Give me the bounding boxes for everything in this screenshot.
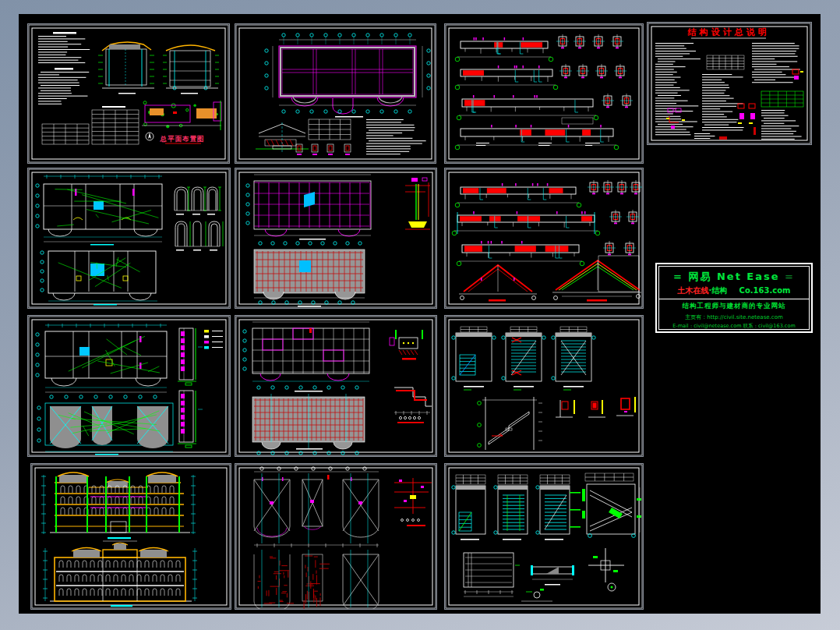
netease-header: = 网易 Net Ease = 土木在线·结构 Co.163.com — [659, 267, 809, 299]
sheet-building-elevations — [30, 463, 231, 610]
b2-drawing — [235, 168, 436, 308]
sheet-roof-framing-plans — [235, 463, 437, 610]
a2-drawing — [235, 24, 436, 163]
sheet-stair-details-1 — [444, 315, 644, 457]
sheet-structural-notes: 结构设计总说明 — [647, 22, 812, 145]
a4-drawing: 结构设计总说明 — [648, 23, 811, 144]
netease-watermark-panel: = 网易 Net Ease = 土木在线·结构 Co.163.com 结构工程师… — [655, 263, 813, 333]
sheet-floor-plans-windows — [27, 168, 231, 309]
netease-title-line: = 网易 Net Ease = — [661, 270, 807, 284]
c2-drawing — [235, 316, 436, 456]
c1-drawing — [28, 316, 230, 456]
equals-right: = — [785, 271, 795, 282]
d3-drawing — [445, 464, 643, 609]
sheet-beam-slab-layout — [235, 168, 437, 309]
brand-tumu-online: 土木在线 — [678, 286, 709, 295]
netease-contact-line: E-mail：civil@netease.com 联系：civil@163.co… — [659, 323, 809, 330]
cad-preview-canvas: 总平面布置图 结构设计总说明 = 网易 Net Ease = 土木在线·结构 C… — [19, 14, 821, 614]
a1-drawing: 总平面布置图 — [28, 24, 229, 163]
sheet-arch-notes-site-plan: 总平面布置图 — [27, 23, 230, 164]
brand-structure: ·结构 — [709, 286, 728, 295]
b1-drawing — [28, 168, 230, 308]
sheet-floor-roof-plan — [27, 315, 231, 457]
netease-title: 网易 Net Ease — [688, 271, 779, 282]
sheet-beam-truss-details — [444, 168, 644, 309]
sheet-stair-details-2 — [444, 463, 644, 610]
equals-left: = — [673, 271, 683, 282]
netease-subtitle-line: 土木在线·结构 Co.163.com — [661, 285, 807, 296]
brand-domain: Co.163.com — [739, 286, 791, 295]
structural-notes-title: 结构设计总说明 — [687, 27, 770, 37]
sheet-roof-beam-slab-plan — [235, 315, 437, 457]
netease-slogan: 结构工程师与建材商的专业网站 — [659, 302, 809, 311]
sheet-beam-details-1 — [444, 23, 644, 164]
netease-panel-inner: = 网易 Net Ease = 土木在线·结构 Co.163.com 结构工程师… — [658, 266, 810, 330]
d1-drawing — [31, 464, 231, 609]
a3-drawing — [445, 24, 643, 163]
sheet-foundation-plan — [235, 23, 436, 164]
site-plan-title: 总平面布置图 — [160, 135, 205, 143]
d2-drawing — [235, 464, 436, 609]
b3-drawing — [445, 168, 643, 308]
netease-footer: 结构工程师与建材商的专业网站 主页有：http://civil.site.net… — [659, 299, 809, 330]
c3-drawing — [445, 316, 643, 456]
netease-url-line: 主页有：http://civil.site.netease.com — [659, 313, 809, 321]
